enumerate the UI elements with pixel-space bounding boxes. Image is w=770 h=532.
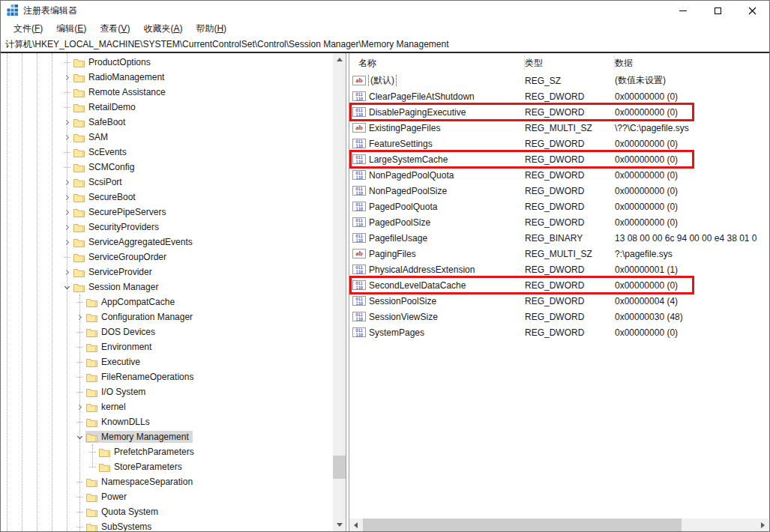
value-row--[interactable]: ab(默认)REG_SZ(数值未设置) [349,73,769,88]
tree-expander[interactable] [61,236,73,248]
value-row-pagefileusage[interactable]: 011110PagefileUsageREG_BINARY13 08 00 00… [349,230,769,246]
scroll-down-button[interactable] [333,519,346,531]
scroll-right-button[interactable] [757,519,769,531]
tree-item-knowndlls[interactable]: KnownDLLs [1,414,333,429]
tree-expander[interactable] [61,56,73,68]
tree-scrollbar-thumb[interactable] [333,456,346,479]
minimize-button[interactable] [666,1,700,20]
value-row-physicaladdressextension[interactable]: 011110PhysicalAddressExtensionREG_DWORD0… [349,262,769,277]
tree-vertical-scrollbar[interactable] [333,53,346,531]
column-separator[interactable] [524,55,525,70]
tree-expander[interactable] [61,176,73,188]
tree-item-executive[interactable]: Executive [1,354,333,369]
value-row-pagingfiles[interactable]: abPagingFilesREG_MULTI_SZ?:\pagefile.sys [349,246,769,262]
tree-expander[interactable] [61,71,73,83]
value-row-largesystemcache[interactable]: 011110LargeSystemCacheREG_DWORD0x0000000… [349,151,769,167]
tree-item-secureboot[interactable]: SecureBoot [1,190,333,205]
tree-item-dos-devices[interactable]: DOS Devices [1,324,333,339]
value-row-secondleveldatacache[interactable]: 011110SecondLevelDataCacheREG_DWORD0x000… [349,277,769,293]
tree-expander[interactable] [73,431,85,443]
value-row-pagedpoolsize[interactable]: 011110PagedPoolSizeREG_DWORD0x00000000 (… [349,214,769,230]
tree-item-serviceaggregatedevents[interactable]: ServiceAggregatedEvents [1,235,333,250]
tree-item-scsiport[interactable]: ScsiPort [1,175,333,190]
scroll-left-button[interactable] [349,519,362,531]
tree-item-scevents[interactable]: ScEvents [1,145,333,160]
tree-expander[interactable] [73,341,85,353]
tree-item-subsystems[interactable]: SubSystems [1,519,333,531]
tree-item-session-manager[interactable]: Session Manager [1,279,333,294]
value-row-existingpagefiles[interactable]: abExistingPageFilesREG_MULTI_SZ\??\C:\pa… [349,120,769,136]
tree-expander[interactable] [73,296,85,308]
value-row-nonpagedpoolquota[interactable]: 011110NonPagedPoolQuotaREG_DWORD0x000000… [349,167,769,183]
tree-expander[interactable] [73,506,85,518]
tree-expander[interactable] [61,266,73,278]
value-row-featuresettings[interactable]: 011110FeatureSettingsREG_DWORD0x00000000… [349,136,769,151]
value-row-nonpagedpoolsize[interactable]: 011110NonPagedPoolSizeREG_DWORD0x0000000… [349,183,769,199]
tree-item-power[interactable]: Power [1,489,333,504]
maximize-button[interactable] [700,1,735,20]
tree-item-environment[interactable]: Environment [1,339,333,354]
menu-item[interactable]: 收藏夹(A) [136,21,189,37]
column-header-data[interactable]: 数据 [615,57,769,70]
tree-item-remote-assistance[interactable]: Remote Assistance [1,85,333,100]
tree-expander[interactable] [86,446,98,458]
value-row-sessionviewsize[interactable]: 011110SessionViewSizeREG_DWORD0x00000030… [349,309,769,324]
tree-expander[interactable] [61,161,73,173]
menu-item[interactable]: 编辑(E) [49,21,93,37]
tree-expander[interactable] [86,461,98,473]
tree-expander[interactable] [73,356,85,368]
tree-expander[interactable] [73,311,85,323]
menu-item[interactable]: 查看(V) [93,21,136,37]
tree-item-servicegrouporder[interactable]: ServiceGroupOrder [1,250,333,265]
tree-expander[interactable] [61,101,73,113]
tree-expander[interactable] [73,416,85,428]
tree-expander[interactable] [61,86,73,98]
column-header-type[interactable]: 类型 [525,57,615,70]
tree-expander[interactable] [73,371,85,383]
tree-item-prefetchparameters[interactable]: PrefetchParameters [1,444,333,459]
tree-item-memory-management[interactable]: Memory Management [1,429,333,444]
tree-item-storeparameters[interactable]: StoreParameters [1,459,333,474]
menu-item[interactable]: 帮助(H) [189,21,233,37]
tree-item-scmconfig[interactable]: SCMConfig [1,160,333,175]
value-row-sessionpoolsize[interactable]: 011110SessionPoolSizeREG_DWORD0x00000004… [349,293,769,309]
value-row-clearpagefileatshutdown[interactable]: 011110ClearPageFileAtShutdownREG_DWORD0x… [349,88,769,104]
tree-expander[interactable] [73,476,85,488]
tree-item-filerenameoperations[interactable]: FileRenameOperations [1,369,333,384]
tree-item-sam[interactable]: SAM [1,130,333,145]
tree-item-appcompatcache[interactable]: AppCompatCache [1,294,333,309]
tree-expander[interactable] [61,131,73,143]
tree-expander[interactable] [73,386,85,398]
tree-expander[interactable] [61,221,73,233]
tree-item-i-o-system[interactable]: I/O System [1,384,333,399]
tree-item-serviceprovider[interactable]: ServiceProvider [1,265,333,279]
tree-expander[interactable] [61,251,73,263]
tree-expander[interactable] [61,281,73,293]
value-row-pagedpoolquota[interactable]: 011110PagedPoolQuotaREG_DWORD0x00000000 … [349,199,769,214]
address-bar[interactable]: 计算机\HKEY_LOCAL_MACHINE\SYSTEM\CurrentCon… [1,37,769,53]
tree-expander[interactable] [61,116,73,128]
tree-expander[interactable] [73,326,85,338]
tree-item-productoptions[interactable]: ProductOptions [1,55,333,70]
value-row-disablepagingexecutive[interactable]: 011110DisablePagingExecutiveREG_DWORD0x0… [349,104,769,120]
column-separator[interactable] [614,55,615,70]
tree-item-quota-system[interactable]: Quota System [1,504,333,519]
tree-expander[interactable] [73,401,85,413]
tree-item-securepipeservers[interactable]: SecurePipeServers [1,205,333,220]
tree-item-namespaceseparation[interactable]: NamespaceSeparation [1,474,333,489]
tree-expander[interactable] [61,191,73,203]
tree-expander[interactable] [73,491,85,503]
value-row-systempages[interactable]: 011110SystemPagesREG_DWORD0x00000000 (0) [349,324,769,340]
tree-item-radiomanagement[interactable]: RadioManagement [1,70,333,85]
tree-expander[interactable] [73,521,85,531]
tree-expander[interactable] [61,146,73,158]
values-horizontal-scrollbar[interactable] [349,519,769,531]
values-scrollbar-thumb[interactable] [363,519,682,531]
column-header-name[interactable]: 名称 [349,57,525,70]
menu-item[interactable]: 文件(F) [7,21,49,37]
tree-item-retaildemo[interactable]: RetailDemo [1,100,333,115]
tree-expander[interactable] [61,206,73,218]
scroll-up-button[interactable] [333,53,346,66]
tree-item-configuration-manager[interactable]: Configuration Manager [1,309,333,324]
close-button[interactable] [735,1,769,20]
